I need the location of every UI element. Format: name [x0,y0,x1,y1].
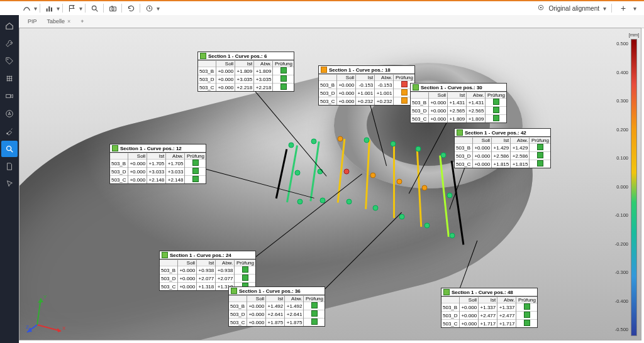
left-sidebar [0,15,19,343]
table-row: 503_D+0.000+1.001+1.001 [319,89,414,97]
svg-rect-12 [6,94,11,97]
table-row: 503_C+0.000+1.875+1.875 [229,318,325,327]
search-sidebar-icon[interactable] [1,141,18,157]
chart-icon[interactable] [43,2,55,14]
callout-c42[interactable]: Section 1 - Curve pos.: 42SollIstAbw.Prü… [454,128,551,168]
table-row: 503_D+0.000+2.565+2.565 [411,107,506,115]
table-row: 503_D+0.000+2.586+2.586 [455,152,550,160]
tab-add[interactable]: + [77,17,87,26]
probe-icon[interactable] [1,123,18,139]
table-row: 503_C+0.000+2.148+2.148 [110,176,206,184]
alignment-label[interactable]: Original alignment [548,5,599,12]
callout-c48[interactable]: Section 1 - Curve pos.: 48SollIstAbw.Prü… [441,288,538,328]
svg-rect-7 [111,6,113,7]
callout-c18[interactable]: Section 1 - Curve pos.: 18SollIstAbw.Prü… [318,65,415,106]
table-row: 503_D+0.000+3.033+3.033 [110,168,206,176]
svg-text:X: X [62,325,66,331]
table-row: 503_B+0.000+1.809+1.809 [198,67,294,75]
3d-viewport[interactable]: Section 1 - Curve pos.: 6SollIstAbw.Prüf… [19,28,641,340]
dropdown-caret-icon[interactable]: ▾ [603,5,606,12]
svg-rect-0 [46,8,47,11]
scale-bar [631,39,637,336]
document-icon[interactable] [1,158,18,175]
table-row: 503_B+0.000+0.938+0.938 [160,266,255,275]
colour-scale: [mm] 0.5000.4000.3000.2000.1000.000-0.10… [630,32,638,336]
video-icon[interactable] [1,88,18,104]
callout-header: Section 1 - Curve pos.: 42 [455,129,550,137]
table-row: 503_C+0.000+1.809+1.809 [411,115,506,123]
compass-icon[interactable] [1,106,18,122]
svg-line-16 [11,150,13,153]
tool-curve-icon[interactable] [20,2,33,14]
tab-tabelle[interactable]: Tabelle× [43,17,75,26]
table-row: 503_D+0.000+3.035+3.035 [198,75,294,84]
camera-icon[interactable] [106,2,119,14]
svg-text:Y: Y [43,294,47,300]
dropdown-caret-icon[interactable]: ▾ [57,5,60,12]
table-row: 503_C+0.000+2.218+2.218 [198,84,294,92]
tab-strip: PIP Tabelle× + [19,15,644,28]
grid-icon[interactable] [1,70,18,87]
callout-c24[interactable]: Section 1 - Curve pos.: 24SollIstAbw.Prü… [159,251,256,291]
callout-header: Section 1 - Curve pos.: 24 [160,251,255,259]
table-row: 503_B+0.000+1.429+1.429 [455,144,550,152]
scale-tick: -0.500 [615,327,628,332]
svg-rect-1 [48,6,50,11]
callout-header: Section 1 - Curve pos.: 30 [411,84,506,92]
callout-header: Section 1 - Curve pos.: 36 [229,287,325,295]
scale-tick: -0.300 [615,270,628,275]
axis-triad: X Y Z [25,292,69,336]
dropdown-caret-icon[interactable]: ▾ [633,5,636,12]
callout-c36[interactable]: Section 1 - Curve pos.: 36SollIstAbw.Prü… [228,286,325,327]
callout-c30[interactable]: Section 1 - Curve pos.: 30SollIstAbw.Prü… [410,83,507,123]
callout-c6[interactable]: Section 1 - Curve pos.: 6SollIstAbw.Prüf… [197,52,294,92]
scale-tick: -0.100 [615,212,628,218]
table-row: 503_C+0.000+1.815+1.815 [455,160,550,168]
scale-tick: 0.000 [615,184,628,190]
flag-icon[interactable] [65,2,78,14]
callout-header: Section 1 - Curve pos.: 12 [110,144,206,153]
alignment-target-icon[interactable] [537,4,545,13]
svg-rect-2 [50,7,52,11]
search-icon[interactable] [88,2,101,14]
pointer-icon[interactable] [1,176,18,192]
svg-line-4 [96,9,97,11]
scale-tick: 0.300 [615,98,628,104]
svg-point-14 [6,133,8,134]
top-toolbar: ▾ ▾ ▾ ▾ Original alignment ▾ + ▾ [0,1,644,16]
wrench-icon[interactable] [1,35,18,52]
dropdown-caret-icon[interactable]: ▾ [34,5,37,12]
add-icon[interactable]: + [617,2,630,14]
scale-tick: 0.100 [615,155,628,161]
dropdown-caret-icon[interactable]: ▾ [157,5,160,12]
table-row: 503_B+0.000+1.431+1.431 [411,99,506,107]
svg-point-6 [111,8,114,10]
history-icon[interactable] [143,2,155,14]
close-icon[interactable]: × [67,18,70,24]
table-row: 503_B+0.000-0.153-0.153 [319,81,414,89]
svg-point-10 [540,7,541,8]
table-row: 503_D+0.000+2.477+2.477 [441,312,537,320]
tag-icon[interactable] [1,53,18,69]
table-row: 503_B+0.000+1.337+1.337 [441,303,537,312]
svg-point-3 [92,6,96,10]
table-row: 503_D+0.000+2.641+2.641 [229,310,325,318]
table-row: 503_B+0.000+1.705+1.705 [110,160,206,168]
dropdown-caret-icon[interactable]: ▾ [79,5,82,12]
scale-tick: -0.400 [615,298,628,304]
callout-header: Section 1 - Curve pos.: 48 [441,288,537,297]
svg-point-11 [8,59,9,60]
scale-unit: [mm] [629,32,640,38]
scale-tick: 0.200 [615,127,628,133]
svg-line-17 [37,325,61,331]
svg-marker-18 [57,328,61,332]
callout-c12[interactable]: Section 1 - Curve pos.: 12SollIstAbw.Prü… [109,144,206,184]
callout-header: Section 1 - Curve pos.: 18 [319,66,414,74]
refresh-icon[interactable] [125,2,137,14]
home-icon[interactable] [1,18,18,34]
tab-pip[interactable]: PIP [24,17,41,26]
svg-point-15 [7,146,11,151]
table-row: 503_D+0.000+2.077+2.077 [160,275,255,283]
scale-tick: 0.400 [615,70,628,75]
table-row: 503_B+0.000+1.492+1.492 [229,302,325,310]
